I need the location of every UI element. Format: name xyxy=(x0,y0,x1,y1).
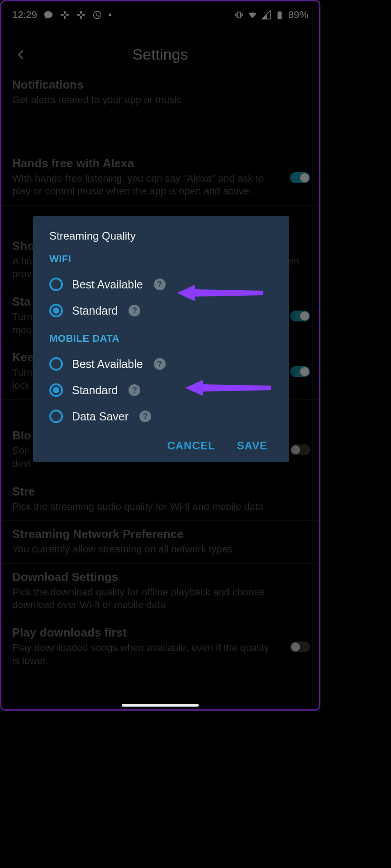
help-icon[interactable]: ? xyxy=(129,384,140,396)
radio-label: Best Available xyxy=(72,358,143,371)
help-icon[interactable]: ? xyxy=(154,278,166,290)
home-indicator[interactable] xyxy=(122,704,199,707)
wifi-option-standard[interactable]: Standard ? xyxy=(49,297,273,324)
mobile-option-data-saver[interactable]: Data Saver ? xyxy=(49,403,273,429)
help-icon[interactable]: ? xyxy=(154,358,166,370)
help-icon[interactable]: ? xyxy=(139,410,151,422)
save-button[interactable]: SAVE xyxy=(237,439,267,452)
cancel-button[interactable]: CANCEL xyxy=(167,439,215,452)
streaming-quality-dialog: Streaming Quality WIFI Best Available ? … xyxy=(33,216,289,462)
dialog-title: Streaming Quality xyxy=(49,230,273,242)
mobile-option-standard[interactable]: Standard ? xyxy=(49,377,273,403)
radio-label: Standard xyxy=(72,304,118,317)
radio-label: Data Saver xyxy=(72,410,129,423)
help-icon[interactable]: ? xyxy=(129,305,140,316)
radio-button[interactable] xyxy=(49,304,63,317)
radio-label: Standard xyxy=(72,384,118,397)
wifi-section-label: WIFI xyxy=(49,253,273,265)
radio-label: Best Available xyxy=(72,278,143,291)
wifi-option-best-available[interactable]: Best Available ? xyxy=(49,271,273,297)
mobile-section-label: MOBILE DATA xyxy=(49,333,273,344)
mobile-option-best-available[interactable]: Best Available ? xyxy=(49,351,273,377)
radio-button[interactable] xyxy=(49,278,63,291)
dialog-actions: CANCEL SAVE xyxy=(49,439,273,452)
radio-button[interactable] xyxy=(49,357,63,371)
radio-button[interactable] xyxy=(49,383,63,397)
radio-button[interactable] xyxy=(49,410,63,423)
